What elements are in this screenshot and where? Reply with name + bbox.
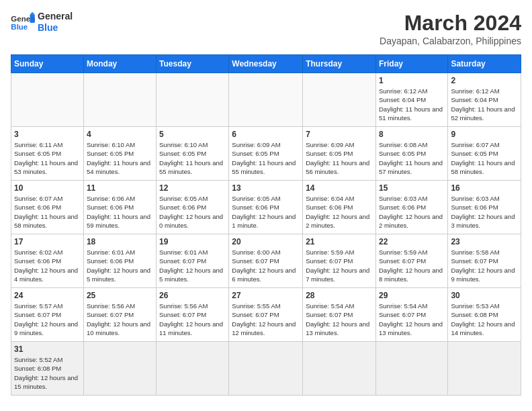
day-info: Sunrise: 6:06 AM Sunset: 6:06 PM Dayligh… <box>87 194 153 230</box>
day-info: Sunrise: 6:12 AM Sunset: 6:04 PM Dayligh… <box>379 87 445 122</box>
day-info: Sunrise: 5:59 AM Sunset: 6:07 PM Dayligh… <box>306 248 373 283</box>
day-info: Sunrise: 6:12 AM Sunset: 6:04 PM Dayligh… <box>451 87 518 122</box>
calendar-cell: 8Sunrise: 6:08 AM Sunset: 6:05 PM Daylig… <box>375 127 447 181</box>
weekday-header-friday: Friday <box>375 55 447 73</box>
weekday-header-tuesday: Tuesday <box>157 55 229 73</box>
calendar-cell <box>448 342 521 396</box>
calendar-cell <box>11 73 84 127</box>
day-number: 4 <box>87 130 153 139</box>
calendar-week-row: 17Sunrise: 6:02 AM Sunset: 6:06 PM Dayli… <box>11 234 521 288</box>
calendar-week-row: 3Sunrise: 6:11 AM Sunset: 6:05 PM Daylig… <box>11 127 521 181</box>
month-title: March 2024 <box>380 11 521 36</box>
svg-marker-2 <box>30 14 35 22</box>
calendar-cell <box>303 73 376 127</box>
day-info: Sunrise: 5:52 AM Sunset: 6:08 PM Dayligh… <box>14 355 81 391</box>
day-number: 1 <box>379 76 445 85</box>
day-number: 23 <box>451 237 518 246</box>
calendar-cell: 2Sunrise: 6:12 AM Sunset: 6:04 PM Daylig… <box>448 73 521 127</box>
weekday-header-monday: Monday <box>83 55 156 73</box>
calendar-cell: 29Sunrise: 5:54 AM Sunset: 6:07 PM Dayli… <box>375 288 447 342</box>
day-info: Sunrise: 6:09 AM Sunset: 6:05 PM Dayligh… <box>232 140 300 176</box>
calendar-cell: 9Sunrise: 6:07 AM Sunset: 6:05 PM Daylig… <box>448 127 521 181</box>
calendar-cell: 31Sunrise: 5:52 AM Sunset: 6:08 PM Dayli… <box>11 342 84 396</box>
day-number: 6 <box>232 130 300 139</box>
day-number: 29 <box>379 291 445 300</box>
calendar-cell <box>229 73 303 127</box>
calendar-cell: 18Sunrise: 6:01 AM Sunset: 6:06 PM Dayli… <box>83 234 156 288</box>
calendar-week-row: 1Sunrise: 6:12 AM Sunset: 6:04 PM Daylig… <box>11 73 521 127</box>
weekday-header-wednesday: Wednesday <box>229 55 303 73</box>
day-number: 21 <box>306 237 373 246</box>
location-subtitle: Dayapan, Calabarzon, Philippines <box>380 36 521 46</box>
calendar-cell: 20Sunrise: 6:00 AM Sunset: 6:07 PM Dayli… <box>229 234 303 288</box>
day-info: Sunrise: 6:07 AM Sunset: 6:05 PM Dayligh… <box>451 140 518 176</box>
day-number: 7 <box>306 130 373 139</box>
day-info: Sunrise: 6:08 AM Sunset: 6:05 PM Dayligh… <box>379 140 445 176</box>
day-number: 9 <box>451 130 518 139</box>
day-number: 2 <box>451 76 518 85</box>
calendar-cell: 19Sunrise: 6:01 AM Sunset: 6:07 PM Dayli… <box>157 234 229 288</box>
page-header: General Blue General Blue March 2024 Day… <box>11 11 521 46</box>
day-info: Sunrise: 6:01 AM Sunset: 6:06 PM Dayligh… <box>87 248 153 283</box>
day-info: Sunrise: 5:55 AM Sunset: 6:07 PM Dayligh… <box>232 302 300 337</box>
day-number: 14 <box>306 183 373 193</box>
calendar-cell: 12Sunrise: 6:05 AM Sunset: 6:06 PM Dayli… <box>157 181 229 234</box>
calendar-cell: 5Sunrise: 6:10 AM Sunset: 6:05 PM Daylig… <box>157 127 229 181</box>
day-number: 31 <box>14 345 81 354</box>
day-number: 16 <box>451 183 518 193</box>
title-area: March 2024 Dayapan, Calabarzon, Philippi… <box>380 11 521 46</box>
day-number: 11 <box>87 183 153 193</box>
day-number: 17 <box>14 237 81 246</box>
weekday-header-row: SundayMondayTuesdayWednesdayThursdayFrid… <box>11 55 521 73</box>
calendar-cell <box>157 342 229 396</box>
day-number: 10 <box>14 183 81 193</box>
calendar-header: SundayMondayTuesdayWednesdayThursdayFrid… <box>11 55 521 73</box>
day-info: Sunrise: 6:05 AM Sunset: 6:06 PM Dayligh… <box>232 194 300 230</box>
calendar-cell: 7Sunrise: 6:09 AM Sunset: 6:05 PM Daylig… <box>303 127 376 181</box>
calendar-cell: 10Sunrise: 6:07 AM Sunset: 6:06 PM Dayli… <box>11 181 84 234</box>
day-info: Sunrise: 5:53 AM Sunset: 6:08 PM Dayligh… <box>451 302 518 337</box>
calendar-cell <box>375 342 447 396</box>
calendar-cell <box>83 73 156 127</box>
day-info: Sunrise: 6:07 AM Sunset: 6:06 PM Dayligh… <box>14 194 81 230</box>
day-number: 25 <box>87 291 153 300</box>
day-number: 22 <box>379 237 445 246</box>
logo-icon: General Blue <box>11 12 35 32</box>
day-number: 8 <box>379 130 445 139</box>
day-number: 30 <box>451 291 518 300</box>
calendar-cell: 13Sunrise: 6:05 AM Sunset: 6:06 PM Dayli… <box>229 181 303 234</box>
calendar-body: 1Sunrise: 6:12 AM Sunset: 6:04 PM Daylig… <box>11 73 521 396</box>
day-info: Sunrise: 5:56 AM Sunset: 6:07 PM Dayligh… <box>87 302 153 337</box>
day-number: 24 <box>14 291 81 300</box>
day-info: Sunrise: 5:56 AM Sunset: 6:07 PM Dayligh… <box>159 302 226 337</box>
calendar-cell <box>303 342 376 396</box>
day-number: 18 <box>87 237 153 246</box>
day-number: 3 <box>14 130 81 139</box>
day-info: Sunrise: 6:04 AM Sunset: 6:06 PM Dayligh… <box>306 194 373 230</box>
day-info: Sunrise: 6:02 AM Sunset: 6:06 PM Dayligh… <box>14 248 81 283</box>
day-info: Sunrise: 5:54 AM Sunset: 6:07 PM Dayligh… <box>379 302 445 337</box>
day-number: 5 <box>159 130 226 139</box>
calendar-cell: 14Sunrise: 6:04 AM Sunset: 6:06 PM Dayli… <box>303 181 376 234</box>
calendar-cell: 17Sunrise: 6:02 AM Sunset: 6:06 PM Dayli… <box>11 234 84 288</box>
day-info: Sunrise: 6:01 AM Sunset: 6:07 PM Dayligh… <box>159 248 226 283</box>
svg-text:Blue: Blue <box>11 23 28 31</box>
calendar-table: SundayMondayTuesdayWednesdayThursdayFrid… <box>11 54 521 396</box>
day-info: Sunrise: 5:57 AM Sunset: 6:07 PM Dayligh… <box>14 302 81 337</box>
day-info: Sunrise: 5:58 AM Sunset: 6:07 PM Dayligh… <box>451 248 518 283</box>
calendar-week-row: 24Sunrise: 5:57 AM Sunset: 6:07 PM Dayli… <box>11 288 521 342</box>
calendar-cell: 16Sunrise: 6:03 AM Sunset: 6:06 PM Dayli… <box>448 181 521 234</box>
day-info: Sunrise: 6:11 AM Sunset: 6:05 PM Dayligh… <box>14 140 81 176</box>
svg-marker-3 <box>30 12 35 15</box>
logo-general-text: General <box>38 11 73 22</box>
calendar-cell: 21Sunrise: 5:59 AM Sunset: 6:07 PM Dayli… <box>303 234 376 288</box>
day-number: 20 <box>232 237 300 246</box>
day-number: 27 <box>232 291 300 300</box>
day-info: Sunrise: 6:10 AM Sunset: 6:05 PM Dayligh… <box>159 140 226 176</box>
calendar-cell: 11Sunrise: 6:06 AM Sunset: 6:06 PM Dayli… <box>83 181 156 234</box>
calendar-cell: 28Sunrise: 5:54 AM Sunset: 6:07 PM Dayli… <box>303 288 376 342</box>
day-number: 19 <box>159 237 226 246</box>
calendar-cell: 15Sunrise: 6:03 AM Sunset: 6:06 PM Dayli… <box>375 181 447 234</box>
calendar-cell <box>229 342 303 396</box>
calendar-week-row: 10Sunrise: 6:07 AM Sunset: 6:06 PM Dayli… <box>11 181 521 234</box>
